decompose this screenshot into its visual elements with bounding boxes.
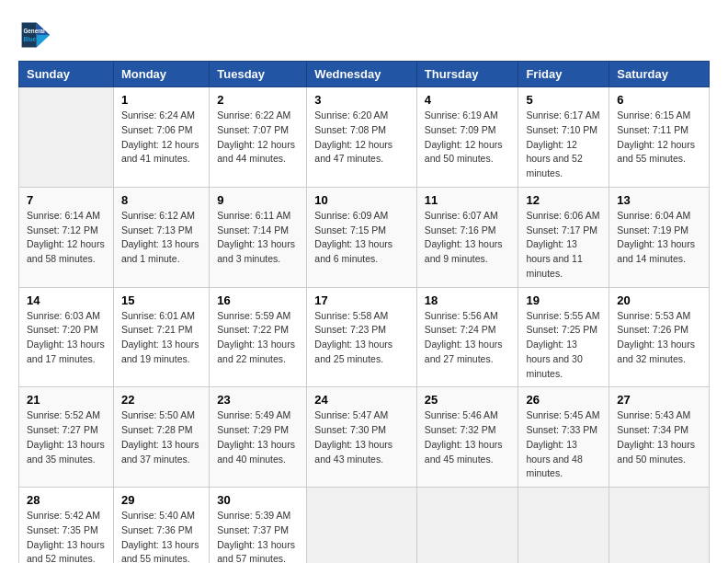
weekday-header-monday: Monday — [113, 62, 209, 87]
day-number: 26 — [526, 393, 601, 407]
day-number: 18 — [425, 293, 511, 307]
weekday-header-thursday: Thursday — [416, 62, 518, 87]
day-number: 20 — [617, 293, 701, 307]
day-number: 6 — [617, 93, 701, 107]
calendar-cell: 25Sunrise: 5:46 AMSunset: 7:32 PMDayligh… — [416, 387, 518, 488]
day-number: 15 — [121, 293, 201, 307]
day-number: 8 — [121, 193, 201, 207]
calendar-cell: 21Sunrise: 5:52 AMSunset: 7:27 PMDayligh… — [19, 387, 114, 488]
day-number: 27 — [617, 393, 701, 407]
day-info: Sunrise: 6:04 AMSunset: 7:19 PMDaylight:… — [617, 209, 701, 267]
calendar-cell: 1Sunrise: 6:24 AMSunset: 7:06 PMDaylight… — [113, 87, 209, 188]
logo-icon: General Blue — [18, 18, 51, 52]
calendar-cell: 12Sunrise: 6:06 AMSunset: 7:17 PMDayligh… — [518, 187, 609, 287]
day-info: Sunrise: 5:47 AMSunset: 7:30 PMDaylight:… — [314, 408, 409, 466]
day-number: 16 — [217, 293, 299, 307]
day-number: 7 — [27, 193, 106, 207]
day-info: Sunrise: 5:50 AMSunset: 7:28 PMDaylight:… — [121, 408, 201, 466]
day-info: Sunrise: 5:59 AMSunset: 7:22 PMDaylight:… — [217, 309, 299, 367]
weekday-header-wednesday: Wednesday — [307, 62, 417, 87]
svg-text:Blue: Blue — [23, 36, 36, 42]
day-info: Sunrise: 5:55 AMSunset: 7:25 PMDaylight:… — [526, 309, 601, 382]
day-info: Sunrise: 5:43 AMSunset: 7:34 PMDaylight:… — [617, 408, 701, 466]
day-number: 19 — [526, 293, 601, 307]
calendar-cell — [416, 488, 518, 564]
day-info: Sunrise: 5:45 AMSunset: 7:33 PMDaylight:… — [526, 408, 601, 481]
day-info: Sunrise: 6:14 AMSunset: 7:12 PMDaylight:… — [27, 209, 106, 267]
calendar-cell: 16Sunrise: 5:59 AMSunset: 7:22 PMDayligh… — [210, 287, 307, 387]
calendar-cell: 10Sunrise: 6:09 AMSunset: 7:15 PMDayligh… — [307, 187, 417, 287]
day-number: 11 — [425, 193, 511, 207]
day-info: Sunrise: 6:03 AMSunset: 7:20 PMDaylight:… — [27, 309, 106, 367]
calendar-cell: 22Sunrise: 5:50 AMSunset: 7:28 PMDayligh… — [113, 387, 209, 488]
day-number: 17 — [314, 293, 409, 307]
calendar-cell: 14Sunrise: 6:03 AMSunset: 7:20 PMDayligh… — [19, 287, 114, 387]
day-info: Sunrise: 6:07 AMSunset: 7:16 PMDaylight:… — [425, 209, 511, 267]
calendar-cell: 5Sunrise: 6:17 AMSunset: 7:10 PMDaylight… — [518, 87, 609, 188]
calendar-cell: 6Sunrise: 6:15 AMSunset: 7:11 PMDaylight… — [609, 87, 710, 188]
calendar-table: SundayMondayTuesdayWednesdayThursdayFrid… — [18, 61, 710, 563]
calendar-cell: 8Sunrise: 6:12 AMSunset: 7:13 PMDaylight… — [113, 187, 209, 287]
page-header: General Blue — [18, 18, 710, 52]
day-number: 3 — [314, 93, 409, 107]
logo: General Blue — [18, 18, 55, 52]
calendar-cell: 20Sunrise: 5:53 AMSunset: 7:26 PMDayligh… — [609, 287, 710, 387]
day-number: 13 — [617, 193, 701, 207]
calendar-cell: 24Sunrise: 5:47 AMSunset: 7:30 PMDayligh… — [307, 387, 417, 488]
weekday-header-tuesday: Tuesday — [210, 62, 307, 87]
day-number: 1 — [121, 93, 201, 107]
day-info: Sunrise: 6:15 AMSunset: 7:11 PMDaylight:… — [617, 109, 701, 167]
day-number: 22 — [121, 393, 201, 407]
day-number: 25 — [425, 393, 511, 407]
day-info: Sunrise: 6:17 AMSunset: 7:10 PMDaylight:… — [526, 109, 601, 181]
day-info: Sunrise: 6:22 AMSunset: 7:07 PMDaylight:… — [217, 109, 299, 167]
svg-rect-2 — [22, 23, 37, 48]
day-info: Sunrise: 6:20 AMSunset: 7:08 PMDaylight:… — [314, 109, 409, 167]
day-info: Sunrise: 5:42 AMSunset: 7:35 PMDaylight:… — [27, 509, 106, 563]
day-info: Sunrise: 6:12 AMSunset: 7:13 PMDaylight:… — [121, 209, 201, 267]
calendar-cell: 9Sunrise: 6:11 AMSunset: 7:14 PMDaylight… — [210, 187, 307, 287]
day-number: 28 — [27, 493, 106, 507]
calendar-cell: 7Sunrise: 6:14 AMSunset: 7:12 PMDaylight… — [19, 187, 114, 287]
day-info: Sunrise: 6:19 AMSunset: 7:09 PMDaylight:… — [425, 109, 511, 167]
calendar-cell: 13Sunrise: 6:04 AMSunset: 7:19 PMDayligh… — [609, 187, 710, 287]
calendar-cell: 23Sunrise: 5:49 AMSunset: 7:29 PMDayligh… — [210, 387, 307, 488]
day-number: 5 — [526, 93, 601, 107]
day-number: 10 — [314, 193, 409, 207]
day-info: Sunrise: 5:49 AMSunset: 7:29 PMDaylight:… — [217, 408, 299, 466]
calendar-cell: 29Sunrise: 5:40 AMSunset: 7:36 PMDayligh… — [113, 488, 209, 564]
calendar-cell — [307, 488, 417, 564]
day-number: 23 — [217, 393, 299, 407]
calendar-cell — [19, 87, 114, 188]
day-info: Sunrise: 5:52 AMSunset: 7:27 PMDaylight:… — [27, 408, 106, 466]
svg-text:General: General — [23, 28, 45, 34]
weekday-header-sunday: Sunday — [19, 62, 114, 87]
calendar-cell: 18Sunrise: 5:56 AMSunset: 7:24 PMDayligh… — [416, 287, 518, 387]
day-info: Sunrise: 5:40 AMSunset: 7:36 PMDaylight:… — [121, 509, 201, 563]
day-info: Sunrise: 6:06 AMSunset: 7:17 PMDaylight:… — [526, 209, 601, 282]
day-info: Sunrise: 6:01 AMSunset: 7:21 PMDaylight:… — [121, 309, 201, 367]
calendar-cell: 3Sunrise: 6:20 AMSunset: 7:08 PMDaylight… — [307, 87, 417, 188]
calendar-cell: 28Sunrise: 5:42 AMSunset: 7:35 PMDayligh… — [19, 488, 114, 564]
day-number: 14 — [27, 293, 106, 307]
day-number: 29 — [121, 493, 201, 507]
calendar-cell — [518, 488, 609, 564]
calendar-cell: 11Sunrise: 6:07 AMSunset: 7:16 PMDayligh… — [416, 187, 518, 287]
day-info: Sunrise: 5:53 AMSunset: 7:26 PMDaylight:… — [617, 309, 701, 367]
calendar-cell: 30Sunrise: 5:39 AMSunset: 7:37 PMDayligh… — [210, 488, 307, 564]
day-info: Sunrise: 6:11 AMSunset: 7:14 PMDaylight:… — [217, 209, 299, 267]
calendar-cell — [609, 488, 710, 564]
day-info: Sunrise: 5:56 AMSunset: 7:24 PMDaylight:… — [425, 309, 511, 367]
day-info: Sunrise: 5:58 AMSunset: 7:23 PMDaylight:… — [314, 309, 409, 367]
calendar-cell: 15Sunrise: 6:01 AMSunset: 7:21 PMDayligh… — [113, 287, 209, 387]
day-info: Sunrise: 6:24 AMSunset: 7:06 PMDaylight:… — [121, 109, 201, 167]
calendar-cell: 4Sunrise: 6:19 AMSunset: 7:09 PMDaylight… — [416, 87, 518, 188]
day-number: 12 — [526, 193, 601, 207]
day-number: 24 — [314, 393, 409, 407]
weekday-header-friday: Friday — [518, 62, 609, 87]
calendar-cell: 26Sunrise: 5:45 AMSunset: 7:33 PMDayligh… — [518, 387, 609, 488]
day-number: 21 — [27, 393, 106, 407]
svg-marker-1 — [37, 35, 50, 48]
day-info: Sunrise: 6:09 AMSunset: 7:15 PMDaylight:… — [314, 209, 409, 267]
day-info: Sunrise: 5:46 AMSunset: 7:32 PMDaylight:… — [425, 408, 511, 466]
